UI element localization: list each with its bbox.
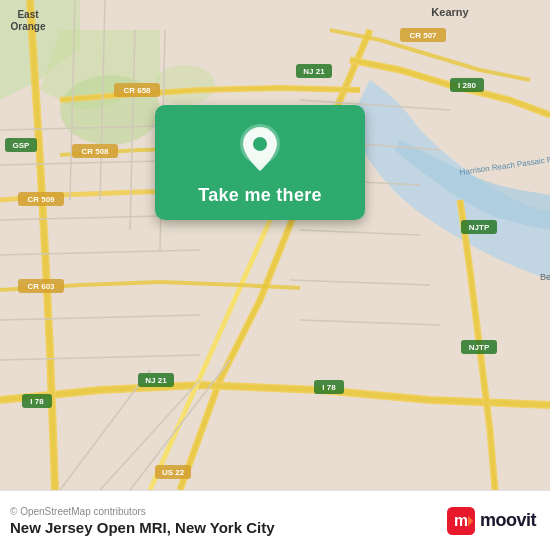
map-attribution: © OpenStreetMap contributors <box>10 506 275 517</box>
svg-text:Be...: Be... <box>540 272 550 282</box>
svg-text:CR 508: CR 508 <box>81 147 109 156</box>
location-title: New Jersey Open MRI, New York City <box>10 519 275 536</box>
svg-text:East: East <box>17 9 39 20</box>
svg-text:CR 507: CR 507 <box>409 31 437 40</box>
svg-text:NJTP: NJTP <box>469 343 490 352</box>
svg-text:Orange: Orange <box>10 21 45 32</box>
bottom-left-info: © OpenStreetMap contributors New Jersey … <box>10 506 275 536</box>
svg-text:I 78: I 78 <box>30 397 44 406</box>
svg-text:Kearny: Kearny <box>431 6 469 18</box>
svg-text:NJ 21: NJ 21 <box>145 376 167 385</box>
svg-text:NJ 21: NJ 21 <box>303 67 325 76</box>
location-pin-icon <box>233 123 287 177</box>
svg-text:GSP: GSP <box>13 141 31 150</box>
map-view: CR 658 NJ 21 CR 507 GSP CR 509 CR 508 I … <box>0 0 550 490</box>
moovit-logo: m moovit <box>447 507 536 535</box>
svg-text:CR 658: CR 658 <box>123 86 151 95</box>
moovit-brand-text: moovit <box>480 510 536 531</box>
svg-text:I 280: I 280 <box>458 81 476 90</box>
svg-text:CR 603: CR 603 <box>27 282 55 291</box>
action-card[interactable]: Take me there <box>155 105 365 220</box>
svg-text:I 78: I 78 <box>322 383 336 392</box>
svg-text:NJTP: NJTP <box>469 223 490 232</box>
moovit-icon: m <box>447 507 475 535</box>
bottom-info-bar: © OpenStreetMap contributors New Jersey … <box>0 490 550 550</box>
take-me-there-label: Take me there <box>198 185 322 206</box>
svg-point-57 <box>253 137 267 151</box>
svg-text:m: m <box>454 512 468 529</box>
svg-text:CR 509: CR 509 <box>27 195 55 204</box>
svg-text:US 22: US 22 <box>162 468 185 477</box>
